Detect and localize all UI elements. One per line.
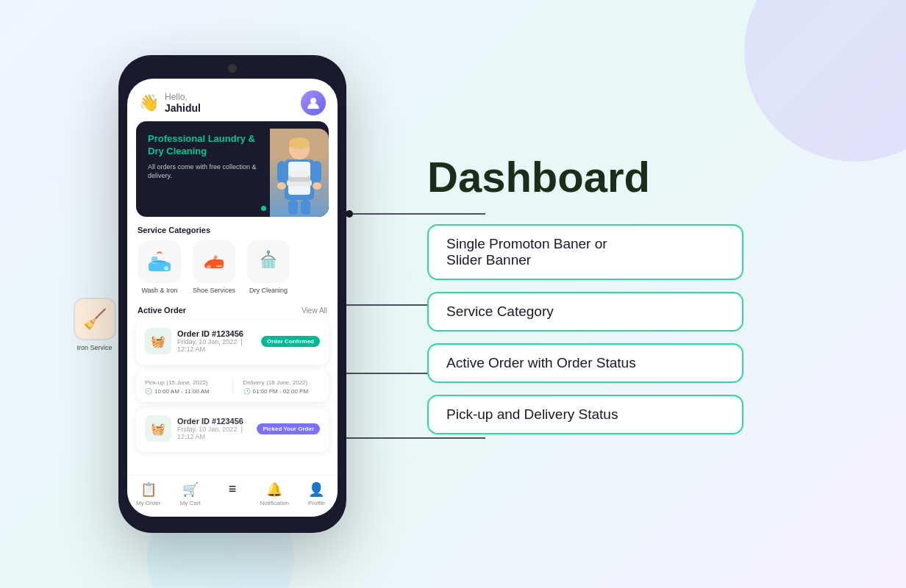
- nav-label-cart: My Cart: [180, 500, 201, 506]
- order-card-2-header: 🧺 Order ID #123456 Friday, 10 Jan, 2022 …: [145, 415, 320, 442]
- pickup-col-title: Pick-up (15 June, 2022): [145, 378, 222, 386]
- svg-rect-19: [290, 171, 309, 177]
- service-categories-row: Wash & Iron Shoe Services: [127, 240, 338, 303]
- order-img-1: 🧺: [145, 328, 171, 354]
- svg-rect-14: [313, 161, 321, 183]
- title-area: Dashboard: [427, 154, 743, 208]
- page-wrapper: 🧹 Iron Service 👋 Hello, Jahidul: [0, 0, 906, 588]
- order-status-badge-1: Order Confirmed: [261, 336, 320, 347]
- right-labels-panel: Dashboard Single Promoton Baner or Slide…: [427, 154, 743, 434]
- order-info-1: Order ID #123456 Friday, 10 Jan, 2022 | …: [177, 329, 255, 353]
- banner-feature-card: Single Promoton Baner or Slider Banner: [427, 224, 743, 280]
- service-category-feature-card: Service Category: [427, 292, 743, 331]
- delivery-col: Delivery (16 June, 2022) 🕐 01:00 PM - 02…: [243, 378, 321, 395]
- svg-point-25: [207, 265, 211, 268]
- svg-point-8: [310, 98, 316, 104]
- svg-rect-23: [151, 257, 157, 264]
- service-category-feature-text: Service Category: [446, 304, 724, 320]
- avatar: [301, 90, 326, 115]
- user-name: Jahidul: [165, 102, 201, 114]
- partial-service-label: Iron Service: [76, 344, 112, 351]
- service-item-wash-iron[interactable]: Wash & Iron: [135, 240, 185, 294]
- pickup-time: 🕙 10:00 AM - 11:00 AM: [145, 388, 222, 395]
- service-icon-shoe: [193, 240, 235, 283]
- svg-point-24: [164, 266, 168, 270]
- delivery-col-title: Delivery (16 June, 2022): [243, 378, 321, 386]
- delivery-time: 🕐 01:00 PM - 02:00 PM: [243, 388, 321, 395]
- service-label-wash-iron: Wash & Iron: [141, 287, 177, 294]
- order-date-1: Friday, 10 Jan, 2022 | 12:12 AM: [177, 338, 255, 353]
- nav-notification[interactable]: 🔔 Notification: [254, 481, 296, 506]
- service-icon-dry-cleaning: [247, 240, 290, 283]
- banner-indicator-dot: [261, 206, 266, 211]
- nav-label-notification: Notification: [260, 500, 289, 506]
- service-item-shoe[interactable]: Shoe Services: [189, 240, 239, 294]
- active-order-title: Active Order: [138, 306, 186, 315]
- service-label-dry-cleaning: Dry Cleaning: [249, 287, 288, 294]
- pickup-col: Pick-up (15 June, 2022) 🕙 10:00 AM - 11:…: [145, 378, 222, 395]
- svg-rect-20: [288, 200, 298, 215]
- svg-point-16: [313, 182, 321, 190]
- order-info-2: Order ID #123456 Friday, 10 Jan, 2022 | …: [177, 417, 251, 440]
- svg-rect-26: [216, 265, 222, 267]
- order-id-2: Order ID #123456: [177, 417, 251, 426]
- hello-text: Hello,: [165, 92, 201, 102]
- pickup-delivery-card: Pick-up (15 June, 2022) 🕙 10:00 AM - 11:…: [136, 370, 329, 402]
- greeting-section: 👋 Hello, Jahidul: [139, 92, 201, 114]
- order-card-1[interactable]: 🧺 Order ID #123456 Friday, 10 Jan, 2022 …: [136, 320, 329, 365]
- view-all-link[interactable]: View All: [302, 306, 327, 315]
- nav-icon-cart: 🛒: [182, 481, 199, 498]
- wave-emoji: 👋: [139, 93, 159, 112]
- partial-service-item: 🧹 Iron Service: [71, 298, 118, 351]
- nav-my-order[interactable]: 📋 My Order: [127, 481, 169, 506]
- phone-screen: 👋 Hello, Jahidul Profe: [127, 79, 338, 517]
- nav-profile[interactable]: 👤 Profile: [296, 481, 338, 506]
- banner-subtitle: All orders come with free collection & d…: [148, 162, 258, 181]
- order-card-2[interactable]: 🧺 Order ID #123456 Friday, 10 Jan, 2022 …: [136, 408, 329, 452]
- active-order-feature-card: Active Order with Order Status: [427, 343, 743, 383]
- greeting-text: Hello, Jahidul: [165, 92, 201, 114]
- phone-mockup: 🧹 Iron Service 👋 Hello, Jahidul: [118, 55, 346, 533]
- order-date-2: Friday, 10 Jan, 2022 | 12:12 AM: [177, 426, 251, 440]
- banner-title: Professional Laundry & Dry Cleaning: [148, 133, 265, 158]
- promo-banner[interactable]: Professional Laundry & Dry Cleaning All …: [136, 121, 329, 217]
- screen-header: 👋 Hello, Jahidul: [127, 79, 338, 121]
- svg-rect-21: [301, 200, 310, 215]
- phone-notch: [228, 64, 237, 73]
- nav-icon-home: ≡: [229, 481, 237, 497]
- nav-label-order: My Order: [136, 500, 160, 506]
- bottom-navigation: 📋 My Order 🛒 My Cart ≡ 🔔: [127, 475, 338, 517]
- order-img-2: 🧺: [145, 415, 171, 442]
- pickup-delivery-feature-card: Pick-up and Delivery Status: [427, 395, 743, 434]
- service-label-shoe: Shoe Services: [193, 287, 235, 294]
- svg-rect-13: [277, 161, 286, 183]
- order-card-1-header: 🧺 Order ID #123456 Friday, 10 Jan, 2022 …: [145, 328, 320, 354]
- svg-point-10: [289, 137, 310, 149]
- nav-icon-order: 📋: [140, 481, 157, 498]
- pickup-delivery-divider: [232, 378, 233, 395]
- content-area: 🧹 Iron Service 👋 Hello, Jahidul: [118, 55, 743, 533]
- nav-my-cart[interactable]: 🛒 My Cart: [169, 481, 211, 506]
- active-order-header: Active Order View All: [127, 303, 338, 320]
- page-title: Dashboard: [427, 154, 743, 201]
- nav-home[interactable]: ≡: [211, 481, 253, 506]
- nav-label-profile: Profile: [308, 500, 325, 506]
- phone-frame: 👋 Hello, Jahidul Profe: [118, 55, 346, 533]
- svg-point-15: [277, 182, 286, 190]
- pickup-delivery-feature-text: Pick-up and Delivery Status: [446, 406, 724, 423]
- service-icon-wash-iron: [138, 240, 181, 283]
- nav-icon-profile: 👤: [308, 481, 324, 498]
- order-status-badge-2: Picked Your Order: [257, 423, 320, 434]
- service-categories-title: Service Categories: [127, 226, 338, 240]
- banner-feature-text: Single Promoton Baner or Slider Banner: [446, 236, 724, 268]
- nav-icon-notification: 🔔: [266, 481, 282, 498]
- service-item-dry-cleaning[interactable]: Dry Cleaning: [243, 240, 293, 294]
- active-order-feature-text: Active Order with Order Status: [446, 355, 724, 371]
- order-id-1: Order ID #123456: [177, 329, 255, 338]
- banner-person-illustration: [270, 129, 329, 217]
